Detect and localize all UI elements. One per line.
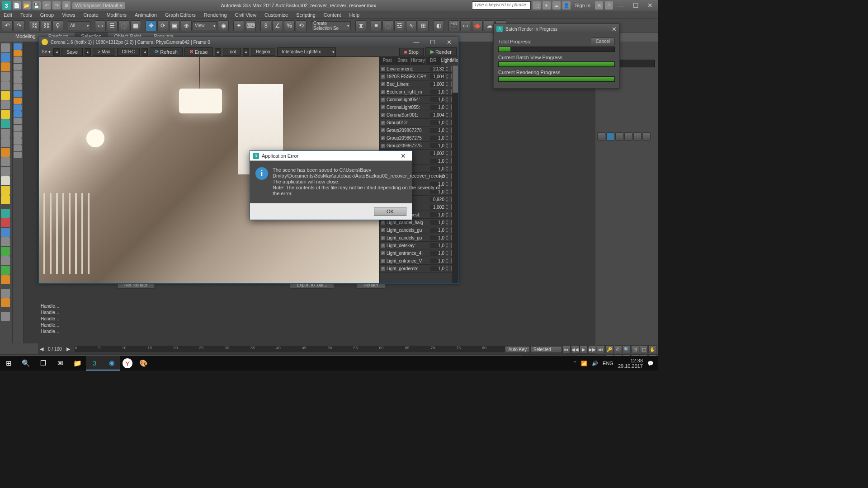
corona-tab-history[interactable]: History [410,57,426,65]
save-next-icon[interactable]: ▸ [85,48,91,56]
light-checkbox[interactable]: ✓ [381,82,386,87]
vp1-icon[interactable] [14,43,22,50]
open-file-icon[interactable]: 📂 [23,1,31,9]
cloud-icon[interactable]: ☁ [552,1,561,9]
vp10-icon[interactable] [14,104,22,111]
corona-tab-stats[interactable]: Stats [395,57,410,65]
layer-explorer-icon[interactable]: ☲ [394,20,405,31]
lightmix-row[interactable]: ✓Group2098672751,0▴▾ [380,134,458,142]
light-intensity[interactable]: 1,0 [430,220,445,225]
spinner-icon[interactable]: ▴▾ [446,242,450,249]
link-icon[interactable]: ⛓ [29,20,40,31]
error-close-button[interactable]: ✕ [397,152,409,160]
light-intensity[interactable]: 1,0 [430,212,445,217]
batch-titlebar[interactable]: 3 Batch Render In Progress ✕ [494,24,619,34]
menu-animation[interactable]: Animation [135,12,157,18]
schematic-icon[interactable]: ⊞ [418,20,429,31]
vp15-icon[interactable] [14,138,22,145]
light-intensity[interactable]: 1,0 [430,243,445,248]
render-icon[interactable]: 🫖 [472,20,483,31]
fov-icon[interactable]: ◰ [640,345,648,353]
scene-row[interactable]: Handle… [41,322,77,328]
lightmix-row[interactable]: ✓Light_detskay:1,0▴▾ [380,242,458,249]
volume-icon[interactable]: 🔊 [592,361,598,366]
lightmix-row[interactable]: ✓Light_entrance_V1,0▴▾ [380,257,458,265]
spinner-icon[interactable]: ▴▾ [446,88,450,95]
batch-cancel-button[interactable]: Cancel [591,38,615,45]
light-checkbox[interactable]: ✓ [381,128,386,133]
project-icon[interactable]: ⚙ [62,1,71,9]
scene-row[interactable]: Handle… [41,303,77,309]
light-intensity[interactable]: 1,0 [430,266,445,271]
tray-chevron-icon[interactable]: ˄ [574,361,576,366]
new-file-icon[interactable]: 📄 [13,1,21,9]
sphere-icon[interactable] [1,62,10,71]
prev-frame-icon[interactable]: ◀◀ [571,345,579,353]
vp13-icon[interactable] [14,125,22,131]
corona-tab-post[interactable]: Post [380,57,395,65]
redo-icon[interactable]: ↷ [52,1,61,9]
cmd-icon-2[interactable] [606,132,614,141]
sun-icon[interactable] [1,110,10,119]
spinner-icon[interactable]: ▴▾ [446,119,450,126]
lightmix-row[interactable]: ✓CoronaLight055:1,0▴▾ [380,103,458,111]
scene-row[interactable]: Handle… [41,315,77,322]
move-icon[interactable]: ✥ [146,20,156,31]
named-selection[interactable]: Create Selection Se [311,21,351,30]
menu-civilview[interactable]: Civil View [235,12,256,18]
spinner-icon[interactable]: ▴▾ [446,134,450,141]
dynamics-icon[interactable] [1,218,10,227]
light-checkbox[interactable]: ✓ [381,97,386,102]
spinner-icon[interactable]: ▴▾ [446,249,450,257]
cylinder-icon[interactable] [1,72,10,81]
cmd-icon-4[interactable] [624,132,632,141]
light-checkbox[interactable]: ✓ [381,113,386,117]
pivot-icon[interactable]: ◉ [218,20,229,31]
corona-tab-dr[interactable]: DR [426,57,441,65]
render-setup-icon[interactable]: 🎬 [448,20,459,31]
arc-icon[interactable] [1,148,10,157]
light-intensity[interactable]: 1,002 [430,82,445,87]
corona-stop-button[interactable]: ■ Stop [399,48,424,56]
pan-icon[interactable]: ✋ [648,345,656,353]
light-intensity[interactable]: 1,0 [430,136,445,141]
spinner-icon[interactable]: ▴▾ [446,111,450,118]
light-checkbox[interactable]: ✓ [381,105,386,110]
curve-editor-icon[interactable]: ∿ [406,20,417,31]
menu-grapheditors[interactable]: Graph Editors [165,12,196,18]
light-checkbox[interactable]: ✓ [381,251,386,256]
app-logo[interactable]: 3 [2,1,11,10]
lightmix-row[interactable]: ✓Light_entrance_4:1,0▴▾ [380,249,458,257]
undo-tool-icon[interactable]: ↶ [2,20,13,31]
free-light-icon[interactable] [1,195,10,204]
system-tray[interactable]: ˄ 📶 🔊 ENG 12:38 29.10.2017 💬 [569,358,658,369]
grass-icon[interactable] [1,247,10,256]
spinner-icon[interactable]: ▴▾ [446,196,450,203]
notifications-icon[interactable]: 💬 [647,361,654,366]
window-crossing-icon[interactable]: ▦ [130,20,141,31]
corona-render-button[interactable]: ▶ Render [425,47,457,56]
menu-create[interactable]: Create [83,12,98,18]
light-intensity[interactable]: 20,32 [430,66,445,71]
particle-icon[interactable] [1,209,10,218]
cmd-icon-6[interactable] [642,132,651,141]
play-icon[interactable]: ▶ [580,345,588,353]
spinner-icon[interactable]: ▴▾ [446,142,450,149]
spinner-icon[interactable]: ▴▾ [446,127,450,134]
batch-close-button[interactable]: ✕ [612,26,617,33]
spinner-icon[interactable]: ▴▾ [446,73,450,80]
help-icon[interactable]: ? [605,1,613,9]
light-intensity[interactable]: 1,0 [430,258,445,263]
light-intensity[interactable]: 1,0 [430,235,445,240]
torus-icon[interactable] [1,81,10,90]
spinner-icon[interactable]: ▴▾ [446,173,450,180]
corona-tab-lightmix[interactable]: LightMix [441,57,458,65]
light-intensity[interactable]: 1,0 [430,89,445,94]
help-search[interactable] [472,1,531,9]
manip-icon[interactable]: ✦ [233,20,244,31]
light-intensity[interactable]: 1,0 [430,143,445,148]
ref-coord[interactable]: View [193,21,217,30]
scene-row[interactable]: Handle… [41,328,77,334]
lightmix-row[interactable]: ✓1920S ESSEX CRY1,004▴▾ [380,73,458,80]
selection-filter[interactable]: All [68,21,90,30]
